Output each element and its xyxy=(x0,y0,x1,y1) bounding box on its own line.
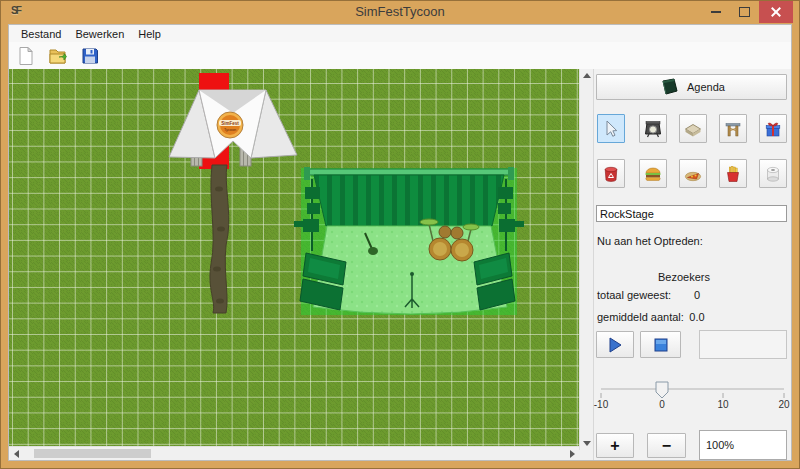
zoom-level-box: 100% xyxy=(699,430,787,460)
french-fries-icon xyxy=(723,164,743,184)
zoom-in-button[interactable]: + xyxy=(596,433,634,458)
title-bar: SF SimFestTycoon xyxy=(1,1,799,24)
slider-track xyxy=(594,380,791,402)
menu-bar: Bestand Bewerken Help xyxy=(9,25,791,42)
client-area: Bestand Bewerken Help xyxy=(8,24,792,461)
minimize-icon xyxy=(711,11,721,13)
tool-gift-button[interactable] xyxy=(759,114,787,143)
tool-pizza-button[interactable] xyxy=(679,159,707,188)
now-performing-label: Nu aan het Optreden: xyxy=(597,235,703,247)
tool-burger-button[interactable] xyxy=(639,159,667,188)
horizontal-scrollbar[interactable] xyxy=(9,446,579,460)
map-scene: SimFest Tycoon xyxy=(9,69,579,450)
dirt-path xyxy=(210,165,229,313)
speed-slider[interactable]: -10 0 10 20 xyxy=(594,380,791,424)
close-icon xyxy=(771,7,781,17)
stage-preview[interactable] xyxy=(294,167,524,315)
toilet-roll-icon xyxy=(763,164,783,184)
slider-thumb[interactable] xyxy=(656,382,668,398)
arrow-up-icon xyxy=(583,73,591,78)
tool-toilet-button[interactable] xyxy=(759,159,787,188)
average-visitors-value: 0.0 xyxy=(684,311,710,323)
toolbar xyxy=(9,42,791,70)
agenda-button-label: Agenda xyxy=(687,81,725,93)
open-file-button[interactable] xyxy=(44,43,72,69)
tool-gate-button[interactable] xyxy=(719,114,747,143)
tool-spotlight-button[interactable] xyxy=(639,114,667,143)
scroll-left-button[interactable] xyxy=(9,447,23,460)
new-file-button[interactable] xyxy=(12,43,40,69)
festival-map-canvas[interactable]: SimFest Tycoon xyxy=(9,69,579,450)
window-title: SimFestTycoon xyxy=(1,4,799,19)
close-button[interactable] xyxy=(759,1,793,23)
total-visitors-label: totaal geweest: xyxy=(597,289,671,301)
slider-tick-0: 0 xyxy=(659,399,665,410)
stop-icon xyxy=(653,337,669,353)
tool-stage-button[interactable] xyxy=(679,114,707,143)
arrow-right-icon xyxy=(570,450,575,458)
hamburger-icon xyxy=(643,164,663,184)
minimize-button[interactable] xyxy=(701,1,730,23)
trash-can-icon xyxy=(601,164,621,184)
slider-tick-10: 10 xyxy=(717,399,728,410)
svg-text:SimFest: SimFest xyxy=(221,121,239,126)
gift-box-icon xyxy=(763,119,783,139)
tent-logo: SimFest Tycoon xyxy=(217,112,243,138)
horizontal-scroll-thumb[interactable] xyxy=(34,449,151,458)
entrance-gate-icon xyxy=(723,119,743,139)
menu-bewerken[interactable]: Bewerken xyxy=(68,27,131,41)
zoom-out-button[interactable]: − xyxy=(647,433,686,458)
slider-tick--10: -10 xyxy=(594,399,608,410)
open-folder-icon xyxy=(48,46,69,66)
arrow-left-icon xyxy=(14,450,19,458)
arrow-down-icon xyxy=(583,441,591,446)
save-floppy-icon xyxy=(80,46,100,66)
performance-info-panel xyxy=(699,330,787,359)
play-button[interactable] xyxy=(596,331,634,358)
maximize-button[interactable] xyxy=(730,1,759,23)
tool-select-button[interactable] xyxy=(597,114,625,143)
new-file-icon xyxy=(16,46,36,66)
app-window: SF SimFestTycoon Bestand Bewerken Help xyxy=(0,0,800,469)
canvas-area: SimFest Tycoon xyxy=(9,69,593,460)
stop-button[interactable] xyxy=(640,331,681,358)
play-icon xyxy=(606,336,624,354)
pizza-icon xyxy=(683,164,703,184)
stage-platform-icon xyxy=(683,119,703,139)
cursor-arrow-icon xyxy=(601,119,621,139)
save-button[interactable] xyxy=(76,43,104,69)
window-controls xyxy=(701,1,793,23)
vertical-scrollbar[interactable] xyxy=(579,69,593,450)
stage-name-input[interactable] xyxy=(596,205,787,222)
stage-curtain xyxy=(314,175,504,226)
agenda-button[interactable]: Agenda xyxy=(596,74,787,100)
content-area: SimFest Tycoon xyxy=(9,69,791,460)
menu-bestand[interactable]: Bestand xyxy=(14,27,68,41)
scroll-up-button[interactable] xyxy=(580,69,594,82)
tool-trash-button[interactable] xyxy=(597,159,625,188)
menu-help[interactable]: Help xyxy=(131,27,168,41)
total-visitors-value: 0 xyxy=(684,289,710,301)
visitors-header: Bezoekers xyxy=(654,271,714,283)
maximize-icon xyxy=(739,7,750,17)
scroll-down-button[interactable] xyxy=(580,437,594,450)
agenda-book-icon xyxy=(658,77,680,97)
zoom-level-value: 100% xyxy=(706,439,734,451)
average-visitors-label: gemiddeld aantal: xyxy=(597,311,684,323)
slider-tick-20: 20 xyxy=(778,399,789,410)
side-panel: Agenda xyxy=(593,69,791,460)
scroll-right-button[interactable] xyxy=(565,447,579,460)
tool-fries-button[interactable] xyxy=(719,159,747,188)
entrance-tent[interactable]: SimFest Tycoon xyxy=(169,90,297,166)
spotlight-icon xyxy=(643,119,663,139)
svg-text:Tycoon: Tycoon xyxy=(224,128,236,132)
